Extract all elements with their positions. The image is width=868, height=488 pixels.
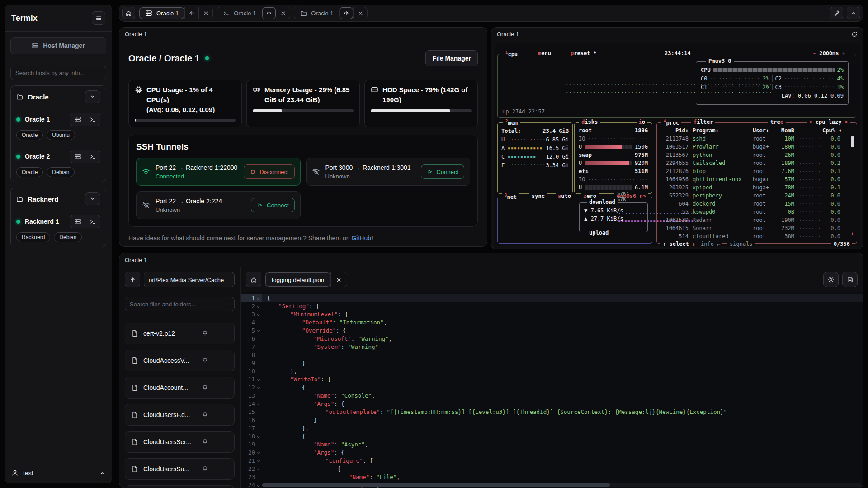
gutter-line[interactable]: 3 (241, 310, 262, 319)
code-line[interactable]: "Args": { (262, 449, 863, 457)
file-manager-button[interactable]: File Manager (425, 50, 478, 66)
gutter-line[interactable]: 4 (241, 319, 262, 327)
file-item[interactable]: CloudUsersF.d... (125, 404, 235, 426)
refresh-icon[interactable] (851, 31, 858, 38)
code-line[interactable]: "Name": "File", (262, 473, 863, 481)
fold-toggle-icon[interactable] (257, 402, 260, 406)
open-file-name[interactable]: logging.default.json (265, 272, 330, 287)
process-row[interactable]: 1064615Sonarrroot232M········0.0 (657, 224, 857, 232)
gutter-line[interactable]: 10 (241, 367, 262, 375)
process-row[interactable]: 552329peripheryroot24M········0.0 (657, 192, 857, 200)
tunnel-connect-button[interactable]: Connect (421, 164, 464, 179)
gutter-line[interactable]: 6 (241, 335, 262, 343)
host-search-input[interactable] (10, 66, 106, 80)
home-button[interactable] (122, 7, 135, 19)
pin-icon[interactable] (202, 330, 208, 337)
code-line[interactable]: "Serilog": { (262, 302, 863, 310)
collapse-tabbar-button[interactable] (847, 7, 860, 19)
split-view-button[interactable] (262, 7, 276, 19)
gutter-line[interactable]: 13 (241, 392, 262, 400)
code-line[interactable]: } (262, 416, 863, 424)
fold-toggle-icon[interactable] (257, 483, 260, 487)
host-manager-button[interactable]: Host Manager (10, 37, 106, 54)
host-group-header[interactable]: Oracle (11, 86, 106, 108)
file-item[interactable]: CloudAccount... (125, 377, 235, 399)
pin-icon[interactable] (202, 412, 208, 418)
code-line[interactable]: "Override": { (262, 327, 863, 335)
file-item[interactable] (125, 485, 235, 488)
gutter-line[interactable]: 15 (241, 408, 262, 416)
fold-toggle-icon[interactable] (257, 451, 260, 455)
code-line[interactable]: { (262, 465, 863, 473)
fold-toggle-icon[interactable] (257, 305, 260, 308)
fold-toggle-icon[interactable] (257, 378, 260, 381)
tab-server[interactable]: Oracle 1 (139, 7, 184, 19)
open-terminal-button[interactable] (85, 150, 100, 163)
process-row[interactable]: 2113567pythonroot26M········0.0 (657, 151, 857, 159)
code-line[interactable]: "Name": "Async", (262, 441, 863, 449)
process-row[interactable]: 1061539Radarrroot190M········0.0 (657, 216, 857, 224)
fold-toggle-icon[interactable] (257, 313, 260, 316)
process-row[interactable]: 203925xpipedbuga+78M········0.1 (657, 183, 857, 192)
user-menu[interactable]: test (5, 463, 112, 483)
code-line[interactable]: "Name": "Console", (262, 392, 863, 400)
collapse-group-button[interactable] (85, 90, 100, 103)
up-directory-button[interactable] (125, 272, 140, 287)
process-row[interactable]: 55kswapd0root0B········0.0 (657, 208, 857, 216)
open-terminal-button[interactable] (85, 215, 100, 228)
pin-icon[interactable] (202, 466, 208, 473)
file-item[interactable]: CloudUsersSu... (125, 458, 235, 480)
gutter-line[interactable]: 9 (241, 359, 262, 367)
gutter-line[interactable]: 20 (241, 449, 262, 457)
fold-toggle-icon[interactable] (257, 459, 260, 463)
process-row[interactable]: 514cloudflaredroot38M········0.0 (657, 232, 857, 240)
gutter-line[interactable]: 24 (241, 481, 262, 488)
file-item[interactable]: CloudAccessV... (125, 350, 235, 371)
host-item[interactable]: Racknerd 1RacknerdDebian (11, 210, 106, 247)
file-item[interactable]: CloudUsersSer... (125, 431, 235, 453)
tunnel-connect-button[interactable]: Connect (251, 198, 294, 212)
tab-close-button[interactable] (198, 7, 212, 19)
host-item[interactable]: Oracle 2OracleDebian (11, 145, 106, 182)
tab-folder[interactable]: Oracle 1 (294, 7, 339, 19)
process-row[interactable]: 1063517Prowlarrbuga+180M········0.0 (657, 143, 857, 151)
code-line[interactable] (262, 351, 863, 359)
code-line[interactable]: "configure": [ (262, 457, 863, 465)
close-file-button[interactable] (330, 272, 347, 287)
fold-toggle-icon[interactable] (257, 296, 260, 300)
host-item[interactable]: Oracle 1OracleUbuntu (11, 108, 106, 145)
open-file-manager-button[interactable] (70, 215, 85, 228)
editor-horizontal-scrollbar[interactable] (262, 483, 861, 487)
gutter-line[interactable]: 17 (241, 424, 262, 432)
fold-toggle-icon[interactable] (257, 386, 260, 389)
gutter-line[interactable]: 23 (241, 473, 262, 481)
code-line[interactable]: "Args": { (262, 400, 863, 408)
proc-signals-control[interactable]: signals (727, 241, 755, 247)
process-row[interactable]: 604dockerdroot15M········0.0 (657, 200, 857, 208)
fold-toggle-icon[interactable] (257, 467, 260, 471)
process-row[interactable]: 1064956qbittorrent-noxbuga+57M········0.… (657, 175, 857, 183)
path-input[interactable] (144, 272, 235, 287)
process-row[interactable]: 2113748sshdroot10M········0.0 (657, 135, 857, 143)
pin-icon[interactable] (202, 439, 208, 446)
terminal-screen[interactable]: 1cpumenupreset *23:44:14- 2000ms +······… (495, 43, 860, 246)
code-line[interactable]: "System": "Warning" (262, 343, 863, 351)
gutter-line[interactable]: 16 (241, 416, 262, 424)
collapse-group-button[interactable] (85, 192, 100, 205)
pin-icon[interactable] (202, 357, 208, 364)
open-terminal-button[interactable] (85, 113, 100, 126)
code-editor[interactable]: 123456789101112131415161718192021222324 … (241, 292, 863, 488)
gutter-line[interactable]: 21 (241, 457, 262, 465)
gutter-line[interactable]: 19 (241, 441, 262, 449)
pin-icon[interactable] (202, 385, 208, 391)
gutter-line[interactable]: 12 (241, 384, 262, 392)
code-line[interactable]: }, (262, 424, 863, 432)
proc-scrollbar[interactable] (851, 136, 854, 147)
gutter-line[interactable]: 8 (241, 351, 262, 359)
code-line[interactable]: "WriteTo": [ (262, 375, 863, 384)
fold-toggle-icon[interactable] (257, 329, 260, 333)
gutter-line[interactable]: 18 (241, 432, 262, 441)
code-line[interactable]: { (262, 432, 863, 441)
tab-terminal[interactable]: Oracle 1 (217, 7, 262, 19)
code-line[interactable]: "MinimumLevel": { (262, 310, 863, 319)
